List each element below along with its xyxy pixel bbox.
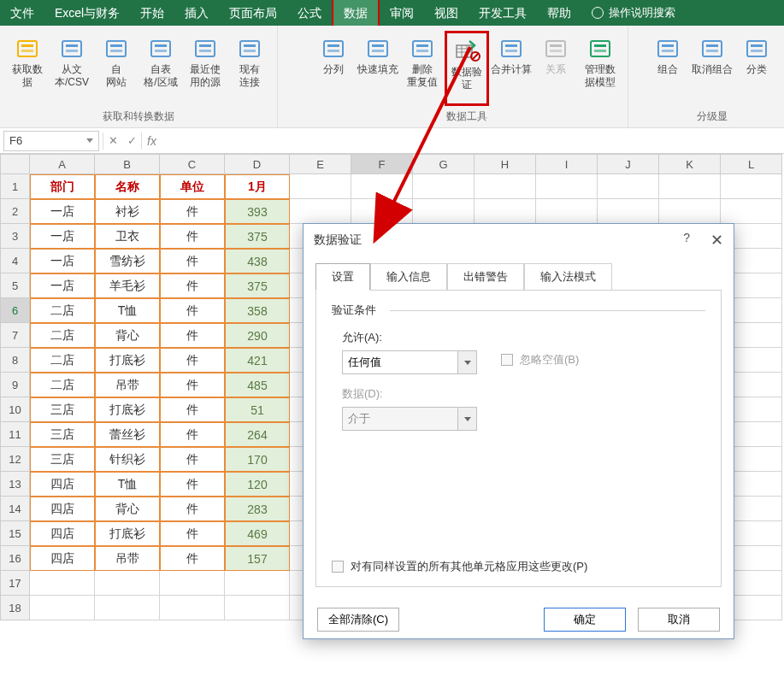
ribbon-remove-dup[interactable]: 删除重复值 xyxy=(400,31,445,106)
row-head[interactable]: 17 xyxy=(0,571,30,596)
ribbon-consolidate[interactable]: 合并计算 xyxy=(489,31,533,106)
cell[interactable]: 件 xyxy=(160,323,225,348)
menu-formula[interactable]: 公式 xyxy=(287,0,332,26)
cell[interactable]: 二店 xyxy=(30,323,95,348)
cell[interactable]: 羊毛衫 xyxy=(95,273,160,298)
cell[interactable] xyxy=(721,199,782,224)
cell[interactable]: 一店 xyxy=(30,249,95,273)
cell[interactable]: 120 xyxy=(225,472,290,497)
row-head[interactable]: 9 xyxy=(0,373,30,397)
cell[interactable] xyxy=(536,174,598,199)
cell[interactable]: 375 xyxy=(225,224,290,249)
cell[interactable]: 件 xyxy=(160,249,225,273)
cell[interactable]: 二店 xyxy=(30,373,95,397)
cell[interactable]: 1月 xyxy=(225,174,290,199)
col-head-F[interactable]: F xyxy=(351,154,413,174)
col-head-H[interactable]: H xyxy=(475,154,536,174)
name-box[interactable]: F6 xyxy=(3,131,99,151)
cell[interactable] xyxy=(160,571,225,596)
ribbon-data-model[interactable]: 管理数据模型 xyxy=(578,31,622,106)
col-head-K[interactable]: K xyxy=(659,154,721,174)
cell[interactable] xyxy=(290,199,351,224)
cell[interactable]: 一店 xyxy=(30,224,95,249)
cell[interactable]: 283 xyxy=(225,497,290,521)
col-head-E[interactable]: E xyxy=(290,154,351,174)
row-head[interactable]: 15 xyxy=(0,521,30,546)
row-head[interactable]: 8 xyxy=(0,348,30,373)
cell[interactable]: 三店 xyxy=(30,422,95,447)
cell[interactable]: 打底衫 xyxy=(95,348,160,373)
cell[interactable]: 蕾丝衫 xyxy=(95,422,160,447)
cell[interactable] xyxy=(351,199,413,224)
tab-ime[interactable]: 输入法模式 xyxy=(524,263,612,291)
col-head-L[interactable]: L xyxy=(721,154,782,174)
cell[interactable]: 件 xyxy=(160,224,225,249)
ribbon-subtotal[interactable]: 分类 xyxy=(734,31,779,106)
ribbon-get-data[interactable]: 获取数据 xyxy=(5,31,50,106)
cell[interactable]: 170 xyxy=(225,447,290,472)
cell[interactable]: 469 xyxy=(225,521,290,546)
ribbon-from-range[interactable]: 自表格/区域 xyxy=(139,31,183,106)
cell[interactable]: 吊带 xyxy=(95,546,160,571)
cell[interactable]: 吊带 xyxy=(95,373,160,397)
cell[interactable] xyxy=(95,596,160,620)
cell[interactable] xyxy=(598,199,659,224)
menu-dev[interactable]: 开发工具 xyxy=(469,0,537,26)
cell[interactable]: 四店 xyxy=(30,546,95,571)
row-head[interactable]: 7 xyxy=(0,323,30,348)
cell[interactable] xyxy=(30,571,95,596)
row-head[interactable]: 12 xyxy=(0,447,30,472)
cell[interactable]: 三店 xyxy=(30,447,95,472)
tell-me[interactable]: 操作说明搜索 xyxy=(581,5,686,21)
cell[interactable]: 件 xyxy=(160,298,225,323)
select-all-corner[interactable] xyxy=(0,154,30,174)
row-head[interactable]: 18 xyxy=(0,596,30,620)
cell[interactable] xyxy=(659,174,721,199)
clear-all-button[interactable]: 全部清除(C) xyxy=(317,608,399,632)
dialog-title-bar[interactable]: 数据验证 ? ✕ xyxy=(304,224,734,256)
cell[interactable] xyxy=(225,571,290,596)
cell[interactable]: T恤 xyxy=(95,298,160,323)
row-head[interactable]: 13 xyxy=(0,472,30,497)
cell[interactable]: 件 xyxy=(160,497,225,521)
cell[interactable] xyxy=(225,596,290,620)
cell[interactable] xyxy=(413,174,475,199)
col-head-B[interactable]: B xyxy=(95,154,160,174)
cell[interactable]: 件 xyxy=(160,199,225,224)
ribbon-from-csv[interactable]: 从文本/CSV xyxy=(50,31,94,106)
accept-formula-icon[interactable]: ✓ xyxy=(122,134,141,147)
tab-settings[interactable]: 设置 xyxy=(315,263,370,291)
cell[interactable]: 一店 xyxy=(30,273,95,298)
menu-review[interactable]: 审阅 xyxy=(380,0,424,26)
tab-error-alert[interactable]: 出错警告 xyxy=(447,263,524,291)
menu-excel-finance[interactable]: Excel与财务 xyxy=(44,0,130,26)
cell[interactable]: 雪纺衫 xyxy=(95,249,160,273)
cell[interactable]: 背心 xyxy=(95,497,160,521)
cell[interactable] xyxy=(413,199,475,224)
ribbon-recent[interactable]: 最近使用的源 xyxy=(183,31,227,106)
cell[interactable] xyxy=(659,199,721,224)
row-head[interactable]: 2 xyxy=(0,199,30,224)
cancel-formula-icon[interactable]: ✕ xyxy=(103,134,122,147)
row-head[interactable]: 14 xyxy=(0,497,30,521)
cell[interactable]: 件 xyxy=(160,521,225,546)
row-head[interactable]: 3 xyxy=(0,224,30,249)
menu-help[interactable]: 帮助 xyxy=(537,0,581,26)
menu-file[interactable]: 文件 xyxy=(0,0,44,26)
cell[interactable] xyxy=(351,174,413,199)
cell[interactable] xyxy=(30,596,95,620)
cell[interactable]: 卫衣 xyxy=(95,224,160,249)
menu-layout[interactable]: 页面布局 xyxy=(219,0,287,26)
cell[interactable] xyxy=(598,174,659,199)
dialog-close-icon[interactable]: ✕ xyxy=(710,231,723,250)
cell[interactable]: 四店 xyxy=(30,472,95,497)
cell[interactable]: 485 xyxy=(225,373,290,397)
row-head[interactable]: 16 xyxy=(0,546,30,571)
cell[interactable]: 衬衫 xyxy=(95,199,160,224)
cell[interactable]: 157 xyxy=(225,546,290,571)
cell[interactable]: 51 xyxy=(225,397,290,422)
cell[interactable]: 名称 xyxy=(95,174,160,199)
cell[interactable]: 打底衫 xyxy=(95,397,160,422)
col-head-J[interactable]: J xyxy=(598,154,659,174)
cell[interactable]: 打底衫 xyxy=(95,521,160,546)
